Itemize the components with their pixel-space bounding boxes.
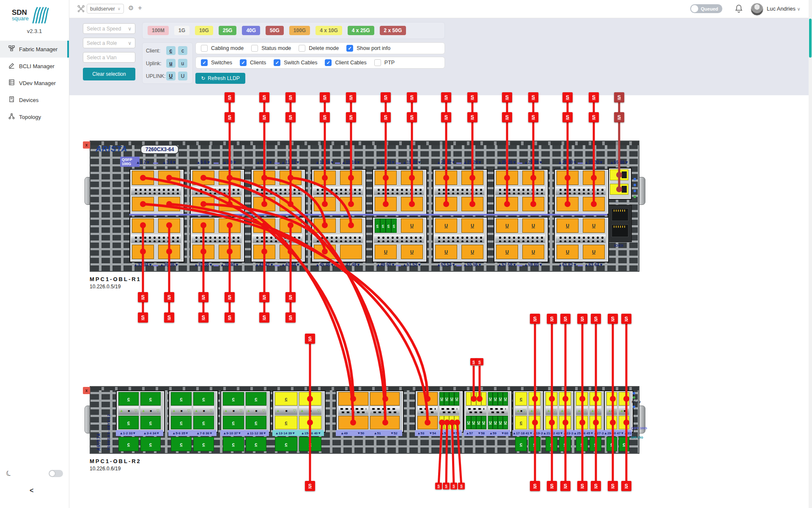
switch1-port[interactable] <box>280 245 302 259</box>
switch-cable-badge[interactable]: S <box>441 112 451 122</box>
speed-chip-4x10G[interactable]: 4 x 10G <box>315 26 342 35</box>
mode-checkbox-cabling-mode[interactable]: Cabling mode <box>201 45 244 52</box>
switch-cable-badge[interactable]: S <box>164 292 174 302</box>
switch-cable-badge[interactable]: S <box>562 92 573 102</box>
switch-cable-badge[interactable]: S <box>407 112 417 122</box>
add-tab-icon[interactable]: + <box>138 4 142 12</box>
uplink-cell[interactable]: U <box>449 392 454 406</box>
switch-cable-badge[interactable]: S <box>138 312 148 323</box>
switch2-port[interactable] <box>576 416 588 429</box>
mgmt-rj45-port-2[interactable] <box>612 224 628 237</box>
switch2-port[interactable] <box>546 416 557 429</box>
switch-cable-badge[interactable]: S <box>467 92 477 102</box>
switch2-client-port[interactable]: c <box>590 437 601 451</box>
switch1-port[interactable] <box>314 245 336 259</box>
switch-cable-badge[interactable]: S <box>547 481 557 491</box>
switch2-close-icon[interactable]: x <box>83 387 90 394</box>
speed-chip-25G[interactable]: 25G <box>219 26 237 35</box>
switch2-port[interactable]: c <box>193 416 214 429</box>
switch1-breakout-port[interactable]: cccc <box>375 218 397 233</box>
switch1-port[interactable] <box>557 171 579 185</box>
switch1-port[interactable] <box>340 218 362 233</box>
switch1-port[interactable] <box>583 171 605 185</box>
switch2-port[interactable] <box>529 392 540 406</box>
switch1-uplink-port[interactable]: U <box>583 245 605 259</box>
switch1-port[interactable] <box>435 197 457 211</box>
switch1-port[interactable] <box>583 197 605 211</box>
switch1-uplink-port[interactable]: U <box>496 245 518 259</box>
layer-checkbox-clients[interactable]: ✓Clients <box>240 59 266 66</box>
breakout-cell[interactable] <box>444 416 449 429</box>
switch1-port[interactable] <box>132 218 154 233</box>
switch1-uplink-port[interactable]: U <box>522 218 544 233</box>
switch1-port[interactable] <box>496 197 518 211</box>
switch2-client-port[interactable]: c <box>529 437 540 451</box>
switch1-port[interactable] <box>557 197 579 211</box>
switch1-port[interactable] <box>280 218 302 233</box>
avatar[interactable] <box>751 3 763 16</box>
switch1-port[interactable] <box>435 171 457 185</box>
switch2-client-port[interactable]: c <box>515 437 527 451</box>
breakout-cell[interactable] <box>471 392 476 406</box>
switch-cable-badge[interactable]: S <box>450 483 457 489</box>
switch2-port[interactable]: c <box>140 392 161 406</box>
switch2-client-port[interactable]: c <box>118 437 139 451</box>
breakout-client-cell[interactable]: c <box>391 218 397 233</box>
switch2-client-port[interactable]: c <box>619 437 629 451</box>
switch-cable-badge[interactable]: S <box>381 92 391 102</box>
switch-cable-badge[interactable]: S <box>528 92 538 102</box>
switch2-port[interactable] <box>529 416 540 429</box>
switch-cable-badge[interactable]: S <box>458 483 465 489</box>
switch1-port[interactable] <box>158 218 180 233</box>
switch2-client-port[interactable]: c <box>299 437 321 451</box>
role-button-U2[interactable]: U <box>178 72 187 80</box>
switch-cable-badge[interactable]: S <box>259 112 269 122</box>
switch-cable-badge[interactable]: S <box>591 314 601 324</box>
switch-cable-badge[interactable]: S <box>562 112 573 122</box>
switch2-port[interactable]: c <box>171 416 192 429</box>
uplink-cell[interactable]: U <box>493 416 498 429</box>
switch-cable-badge[interactable]: S <box>225 312 235 323</box>
switch-cable-badge[interactable]: S <box>530 481 540 491</box>
role-button-U1[interactable]: U <box>166 72 176 80</box>
switch1-port[interactable] <box>132 171 154 185</box>
switch1-port[interactable] <box>132 245 154 259</box>
switch2-qsfp-port[interactable] <box>417 392 438 406</box>
switch-cable-badge[interactable]: S <box>381 112 391 122</box>
switch1-port[interactable] <box>375 197 397 211</box>
switch2-port[interactable] <box>559 392 571 406</box>
checkbox-unchecked[interactable] <box>251 45 258 52</box>
switch-cable-badge[interactable]: S <box>614 112 624 122</box>
switch2-client-port[interactable]: c <box>576 437 588 451</box>
switch1-port[interactable] <box>158 245 180 259</box>
switch-cable-badge[interactable]: S <box>305 481 315 491</box>
switch2-client-port[interactable]: c <box>223 437 244 451</box>
switch2-client-port[interactable]: c <box>546 437 557 451</box>
switch1-uplink-port[interactable]: U <box>435 218 457 233</box>
switch2-uplink-breakout[interactable]: UUUU <box>488 392 508 406</box>
switch-cable-badge[interactable]: S <box>320 112 330 122</box>
switch-cable-badge[interactable]: S <box>259 292 269 302</box>
uplink-cell[interactable]: U <box>498 416 503 429</box>
switch2-port[interactable]: c <box>223 416 244 429</box>
switch2-port[interactable]: c <box>515 416 527 429</box>
switch2-port[interactable]: c <box>193 392 214 406</box>
switch1-uplink-port[interactable]: U <box>401 218 423 233</box>
switch-cable-badge[interactable]: S <box>435 483 442 489</box>
switch-cable-badge[interactable]: S <box>560 314 571 324</box>
checkbox-checked[interactable]: ✓ <box>325 59 332 66</box>
checkbox-checked[interactable]: ✓ <box>240 59 247 66</box>
switch2-client-port[interactable]: c <box>171 437 192 451</box>
switch1-port[interactable] <box>192 218 214 233</box>
switch1-port[interactable] <box>158 197 180 211</box>
sidebar-collapse-chevron[interactable]: < <box>30 487 33 494</box>
mode-checkbox-show-port-info[interactable]: ✓Show port info <box>346 45 390 52</box>
switch-cable-badge[interactable]: S <box>198 312 208 323</box>
dark-mode-icon[interactable]: ☾ <box>4 468 14 479</box>
switch1-port[interactable] <box>314 171 336 185</box>
switch2-port[interactable] <box>299 392 321 406</box>
switch1-uplink-port[interactable]: U <box>401 245 423 259</box>
switch1-uplink-port[interactable]: U <box>557 218 579 233</box>
speed-chip-100G[interactable]: 100G <box>289 26 310 35</box>
layer-checkbox-switches[interactable]: ✓Switches <box>201 59 232 66</box>
